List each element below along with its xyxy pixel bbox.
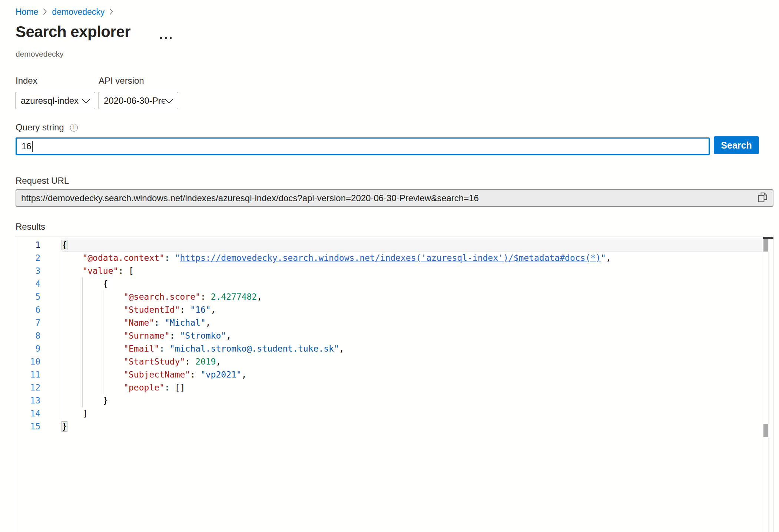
- code-token: "Michal": [165, 318, 206, 327]
- query-string-label-row: Query string i: [16, 122, 78, 133]
- page-subtitle: demovedecky: [16, 50, 64, 59]
- code-token: "@search.score": [123, 292, 200, 302]
- query-string-input[interactable]: 16: [16, 137, 710, 155]
- copy-icon[interactable]: [757, 191, 768, 206]
- code-token: [62, 305, 123, 315]
- line-number: 3: [15, 265, 40, 277]
- code-token: : []: [165, 383, 185, 392]
- breadcrumb-home[interactable]: Home: [16, 7, 38, 17]
- index-select-value: azuresql-index: [21, 96, 79, 106]
- code-token: : [: [118, 266, 134, 276]
- code-token: "StudentId": [123, 305, 180, 315]
- line-number: 5: [15, 290, 40, 303]
- code-line: }: [62, 420, 762, 433]
- query-string-value: 16: [21, 141, 32, 152]
- code-token: "Surname": [123, 331, 170, 340]
- index-label: Index: [16, 76, 37, 86]
- chevron-right-icon: [109, 7, 113, 17]
- code-line: ]: [62, 407, 762, 420]
- text-caret: [32, 141, 33, 152]
- code-link[interactable]: https://demovedecky.search.windows.net/i…: [180, 253, 601, 263]
- query-string-label: Query string: [16, 122, 64, 133]
- breadcrumb-demovedecky[interactable]: demovedecky: [52, 7, 105, 17]
- code-token: [62, 344, 123, 353]
- code-line: "Surname": "Stromko",: [62, 329, 762, 342]
- code-line: {: [62, 239, 762, 252]
- code-token: :: [200, 292, 211, 302]
- code-token: "Name": [123, 318, 154, 327]
- code-token: ,: [242, 370, 247, 379]
- line-number: 15: [15, 420, 40, 433]
- code-token: :: [185, 357, 195, 366]
- code-token: :: [165, 253, 175, 263]
- line-number: 10: [15, 355, 40, 368]
- code-token: "@odata.context": [82, 253, 165, 263]
- code-token: :: [159, 344, 170, 353]
- code-line: "Email": "michal.stromko@.student.tuke.s…: [62, 342, 762, 355]
- line-number: 13: [15, 394, 40, 407]
- request-url-label: Request URL: [16, 176, 69, 186]
- code-token: ,: [606, 253, 611, 263]
- code-token: "Email": [123, 344, 159, 353]
- results-label: Results: [16, 222, 45, 232]
- code-token: ,: [257, 292, 262, 302]
- code-line: }: [62, 394, 762, 407]
- code-token: [62, 383, 123, 392]
- code-token: "people": [123, 383, 165, 392]
- code-token: :: [170, 331, 180, 340]
- code-token: ,: [211, 305, 216, 315]
- code-token: [62, 318, 123, 327]
- search-button[interactable]: Search: [714, 136, 759, 154]
- line-number: 1: [15, 239, 40, 252]
- code-token: [62, 253, 82, 263]
- code-token: [62, 331, 123, 340]
- code-token: [62, 370, 123, 379]
- code-token: ,: [206, 318, 211, 327]
- more-actions-button[interactable]: [159, 36, 173, 40]
- api-version-select[interactable]: 2020-06-30-Pre...: [99, 92, 178, 109]
- code-token: ": [601, 253, 606, 263]
- code-token: :: [190, 370, 200, 379]
- code-line: "@search.score": 2.4277482,: [62, 290, 762, 303]
- results-editor[interactable]: 123456789101112131415 { "@odata.context"…: [15, 236, 773, 532]
- request-url-field[interactable]: https://demovedecky.search.windows.net/i…: [16, 189, 773, 207]
- line-number: 9: [15, 342, 40, 355]
- code-line: "StartStudy": 2019,: [62, 355, 762, 368]
- ellipsis-icon: [160, 37, 162, 39]
- line-number: 6: [15, 303, 40, 316]
- code-token: "michal.stromko@.student.tuke.sk": [170, 344, 339, 353]
- code-token: "SubjectName": [123, 370, 190, 379]
- info-icon[interactable]: i: [70, 124, 78, 132]
- code-token: }: [62, 422, 67, 431]
- code-token: ,: [216, 357, 221, 366]
- code-token: [62, 266, 82, 276]
- code-token: "StartStudy": [123, 357, 185, 366]
- api-version-label: API version: [99, 76, 144, 86]
- code-line: "Name": "Michal",: [62, 316, 762, 329]
- api-version-select-value: 2020-06-30-Pre...: [104, 96, 165, 106]
- code-token: "Stromko": [180, 331, 226, 340]
- code-line: "StudentId": "16",: [62, 303, 762, 316]
- code-token: {: [62, 279, 108, 289]
- index-select[interactable]: azuresql-index: [16, 92, 95, 109]
- code-token: "vp2021": [200, 370, 242, 379]
- request-url-value: https://demovedecky.search.windows.net/i…: [21, 193, 757, 203]
- editor-scrollbar[interactable]: [763, 236, 773, 532]
- line-number: 2: [15, 252, 40, 265]
- code-token: }: [62, 396, 108, 405]
- code-token: [62, 292, 123, 302]
- line-number: 14: [15, 407, 40, 420]
- overview-cursor-mark: [763, 237, 773, 239]
- code-token: "16": [190, 305, 211, 315]
- line-number: 11: [15, 368, 40, 381]
- chevron-down-icon: [165, 96, 173, 106]
- code-token: :: [180, 305, 190, 315]
- line-number: 4: [15, 277, 40, 290]
- code-line: "value": [: [62, 265, 762, 277]
- code-token: [62, 357, 123, 366]
- code-line: "@odata.context": "https://demovedecky.s…: [62, 252, 762, 265]
- code-token: ": [175, 253, 180, 263]
- code-token: 2.4277482: [211, 292, 257, 302]
- editor-gutter: 123456789101112131415: [15, 239, 40, 433]
- line-number: 8: [15, 329, 40, 342]
